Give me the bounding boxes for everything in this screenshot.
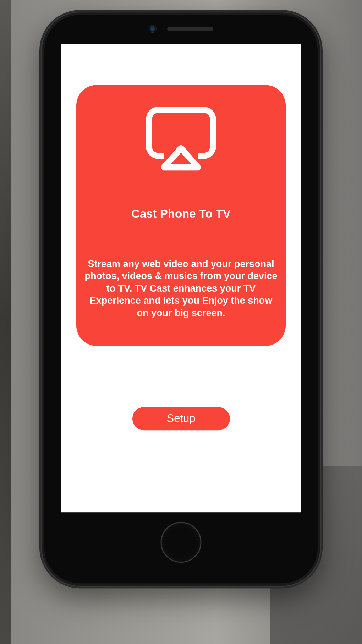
card-description: Stream any web video and your personal p…	[83, 258, 279, 319]
volume-up-button	[39, 114, 41, 146]
phone-bezel: Cast Phone To TV Stream any web video an…	[44, 15, 318, 583]
card-title: Cast Phone To TV	[131, 207, 231, 221]
app-onboarding-screen: Cast Phone To TV Stream any web video an…	[61, 44, 301, 512]
phone-screen: Cast Phone To TV Stream any web video an…	[61, 44, 301, 512]
airplay-icon	[146, 106, 216, 172]
home-button[interactable]	[161, 522, 202, 563]
power-button	[321, 118, 323, 157]
front-camera	[149, 25, 157, 33]
earpiece-speaker	[167, 27, 213, 31]
setup-button[interactable]: Setup	[132, 407, 230, 430]
mute-switch	[39, 82, 41, 100]
volume-down-button	[39, 157, 41, 189]
phone-top-sensors	[149, 25, 213, 33]
feature-card: Cast Phone To TV Stream any web video an…	[76, 85, 286, 346]
phone-device-frame: Cast Phone To TV Stream any web video an…	[41, 11, 321, 587]
